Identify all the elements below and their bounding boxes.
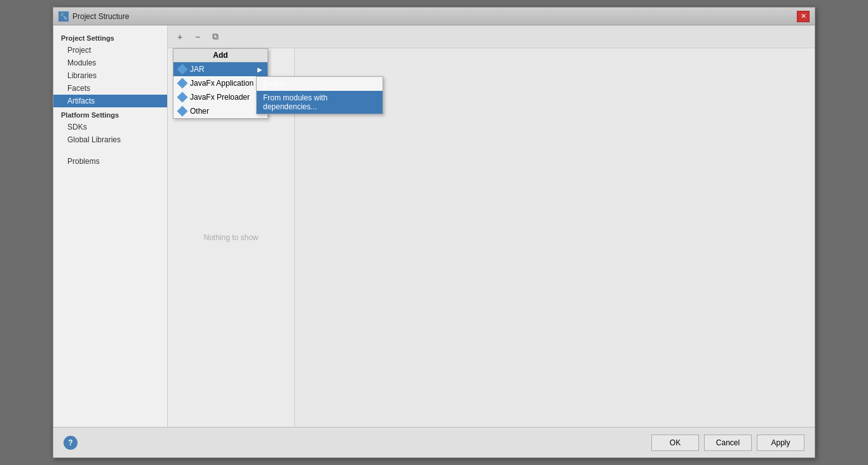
sidebar-item-facets[interactable]: Facets (53, 82, 167, 95)
dropdown-header: Add (173, 49, 268, 62)
help-button[interactable]: ? (64, 436, 78, 450)
sidebar-item-project[interactable]: Project (53, 44, 167, 57)
javafx-preloader-label: JavaFx Preloader (190, 93, 250, 102)
dropdown-item-javafx-preloader[interactable]: JavaFx Preloader (173, 90, 268, 104)
jar-icon (177, 64, 188, 75)
nothing-to-show: Nothing to show (203, 233, 258, 242)
sidebar-item-global-libraries[interactable]: Global Libraries (53, 133, 167, 146)
dropdown-item-javafx-application[interactable]: JavaFx Application ▶ (173, 76, 268, 90)
cancel-button[interactable]: Cancel (704, 435, 752, 451)
left-panel: Add JAR ▶ Empty From modules with depend… (168, 48, 295, 427)
sidebar-item-libraries[interactable]: Libraries (53, 69, 167, 82)
copy-button[interactable]: ⧉ (207, 29, 224, 45)
javafx-preloader-icon (177, 92, 188, 103)
title-bar: 🔧 Project Structure ✕ (53, 8, 815, 25)
close-button[interactable]: ✕ (797, 11, 810, 22)
platform-settings-header: Platform Settings (53, 107, 167, 121)
project-settings-header: Project Settings (53, 30, 167, 44)
sidebar-item-sdks[interactable]: SDKs (53, 121, 167, 133)
project-structure-window: 🔧 Project Structure ✕ Project Settings P… (53, 7, 815, 458)
main-panel: Add JAR ▶ Empty From modules with depend… (168, 48, 815, 427)
javafx-app-label: JavaFx Application (190, 79, 254, 88)
footer: ? OK Cancel Apply (53, 427, 815, 457)
dropdown-container: Add JAR ▶ Empty From modules with depend… (173, 48, 268, 119)
sidebar-item-problems[interactable]: Problems (53, 155, 167, 168)
dropdown-menu: Add JAR ▶ Empty From modules with depend… (173, 48, 268, 119)
add-button[interactable]: + (172, 29, 188, 45)
window-icon: 🔧 (58, 11, 69, 22)
apply-button[interactable]: Apply (757, 435, 804, 451)
sidebar: Project Settings Project Modules Librari… (53, 25, 168, 427)
main-content: Project Settings Project Modules Librari… (53, 25, 815, 427)
submenu-item-from-modules[interactable]: From modules with dependencies... (257, 91, 383, 114)
content-area: + − ⧉ Add JAR ▶ (168, 25, 815, 427)
jar-label: JAR (190, 65, 205, 74)
submenu-item-empty[interactable]: Empty (257, 77, 383, 91)
sidebar-item-modules[interactable]: Modules (53, 57, 167, 69)
remove-button[interactable]: − (189, 29, 206, 45)
toolbar: + − ⧉ (168, 25, 815, 48)
ok-button[interactable]: OK (651, 435, 699, 451)
dropdown-item-other[interactable]: Other (173, 104, 268, 118)
other-label: Other (190, 107, 209, 116)
dropdown-item-jar[interactable]: JAR ▶ Empty From modules with dependenci… (173, 62, 268, 76)
window-title: Project Structure (72, 12, 797, 21)
jar-arrow: ▶ (257, 66, 262, 73)
other-icon (177, 106, 188, 117)
jar-submenu: Empty From modules with dependencies... (256, 76, 383, 114)
javafx-app-icon (177, 78, 188, 89)
sidebar-item-artifacts[interactable]: Artifacts (53, 95, 167, 107)
